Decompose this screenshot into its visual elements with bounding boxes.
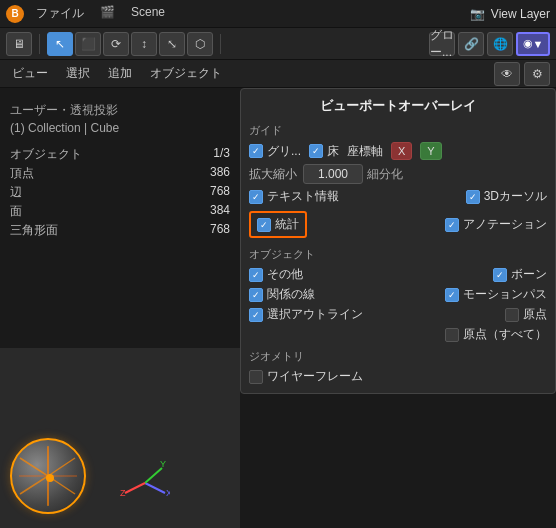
- triangle-label: 三角形面: [10, 222, 58, 239]
- annotation-checkbox[interactable]: [445, 218, 459, 232]
- subdivision-label: 細分化: [367, 166, 403, 183]
- statistics-box[interactable]: 統計: [249, 211, 307, 238]
- rotate-tool[interactable]: ⟳: [103, 32, 129, 56]
- origin-all-row: 原点（すべて）: [249, 326, 547, 343]
- svg-text:Y: Y: [160, 459, 166, 469]
- origin-all-checkbox[interactable]: [445, 328, 459, 342]
- annotation-label: アノテーション: [463, 216, 547, 233]
- floor-checkbox[interactable]: [309, 144, 323, 158]
- relation-checkbox-item: 関係の線: [249, 286, 315, 303]
- other-checkbox-item: その他: [249, 266, 303, 283]
- svg-line-7: [145, 468, 162, 483]
- face-row: 面 384: [10, 202, 230, 221]
- edge-label: 辺: [10, 184, 22, 201]
- svg-line-0: [20, 458, 48, 476]
- overlay-icon: ◉: [523, 37, 533, 50]
- outline-origin-row: 選択アウトライン 原点: [249, 306, 547, 323]
- grid-checkbox[interactable]: [249, 144, 263, 158]
- select-tool[interactable]: ↖: [47, 32, 73, 56]
- transform-tool[interactable]: ⬡: [187, 32, 213, 56]
- title-bar-left: B ファイル 🎬 Scene: [6, 3, 464, 24]
- object-section-label: オブジェクト: [249, 247, 547, 262]
- vertex-row: 頂点 386: [10, 164, 230, 183]
- select-box-tool[interactable]: ⬛: [75, 32, 101, 56]
- title-menu: ファイル 🎬 Scene: [30, 3, 171, 24]
- statistics-label: 統計: [275, 216, 299, 233]
- separator-1: [39, 34, 40, 54]
- viewport-area: X Y Z: [0, 348, 240, 528]
- viewport-icon-group: 🖥: [6, 32, 32, 56]
- outline-label: 選択アウトライン: [267, 306, 363, 323]
- info-checkbox[interactable]: [249, 190, 263, 204]
- overlay-title: ビューポートオーバーレイ: [249, 97, 547, 115]
- gloo-btn[interactable]: グロー...: [429, 32, 455, 56]
- origin-checkbox-item: 原点: [505, 306, 547, 323]
- scale-tool[interactable]: ⤡: [159, 32, 185, 56]
- object-label: オブジェクト: [10, 146, 82, 163]
- scale-row: 拡大縮小 細分化: [249, 164, 547, 184]
- viewport-icon: 🖥: [6, 32, 32, 56]
- scale-input[interactable]: [303, 164, 363, 184]
- toolbar2-right: 👁 ⚙: [494, 62, 550, 86]
- menu-file[interactable]: ファイル: [30, 3, 90, 24]
- bone-right: ボーン: [493, 266, 547, 283]
- motion-checkbox[interactable]: [445, 288, 459, 302]
- geometry-section: ジオメトリ ワイヤーフレーム: [249, 349, 547, 385]
- overlay-arrow: ▼: [533, 38, 544, 50]
- gizmo-btn[interactable]: ⚙: [524, 62, 550, 86]
- tool-group-select: ↖ ⬛ ⟳ ↕ ⤡ ⬡: [47, 32, 213, 56]
- object-row: オブジェクト 1/3: [10, 145, 230, 164]
- origin-all-checkbox-item: 原点（すべて）: [445, 326, 547, 343]
- face-label: 面: [10, 203, 22, 220]
- motion-checkbox-item: モーションパス: [445, 286, 547, 303]
- axis-label: 座標軸: [347, 143, 383, 160]
- menu-scene[interactable]: Scene: [125, 3, 171, 24]
- stats-section: オブジェクト 1/3 頂点 386 辺 768 面 384 三角形面 768: [10, 145, 230, 240]
- cursor-checkbox[interactable]: [466, 190, 480, 204]
- separator-2: [220, 34, 221, 54]
- other-checkbox[interactable]: [249, 268, 263, 282]
- other-label: その他: [267, 266, 303, 283]
- svg-text:Z: Z: [120, 488, 126, 498]
- wireframe-checkbox[interactable]: [249, 370, 263, 384]
- move-tool[interactable]: ↕: [131, 32, 157, 56]
- statistics-checkbox[interactable]: [257, 218, 271, 232]
- title-bar-right: 📷 View Layer: [470, 7, 550, 21]
- menu-add[interactable]: 追加: [102, 63, 138, 84]
- second-toolbar: ビュー 選択 追加 オブジェクト 👁 ⚙: [0, 60, 556, 88]
- menu-object[interactable]: オブジェクト: [144, 63, 228, 84]
- menu-scene-icon: 🎬: [94, 3, 121, 24]
- y-axis-btn[interactable]: Y: [420, 142, 441, 160]
- relation-checkbox[interactable]: [249, 288, 263, 302]
- shading-btn[interactable]: 🌐: [487, 32, 513, 56]
- menu-select[interactable]: 選択: [60, 63, 96, 84]
- stats-annotation-row: 統計 アノテーション: [249, 208, 547, 241]
- outline-checkbox[interactable]: [249, 308, 263, 322]
- floor-label: 床: [327, 143, 339, 160]
- annotation-right: アノテーション: [445, 216, 547, 233]
- cursor-label: 3Dカーソル: [484, 188, 547, 205]
- guide-row-1: グリ... 床 座標軸 X Y: [249, 142, 547, 160]
- origin-all-label: 原点（すべて）: [463, 326, 547, 343]
- origin-right: 原点: [505, 306, 547, 323]
- menu-view[interactable]: ビュー: [6, 63, 54, 84]
- bone-checkbox[interactable]: [493, 268, 507, 282]
- viewport-shading-btn[interactable]: 👁: [494, 62, 520, 86]
- camera-icon: 📷: [470, 7, 485, 21]
- cursor-right: 3Dカーソル: [466, 188, 547, 205]
- origin-checkbox[interactable]: [505, 308, 519, 322]
- floor-checkbox-item: 床: [309, 143, 339, 160]
- edge-row: 辺 768: [10, 183, 230, 202]
- main-area: ユーザー・透視投影 (1) Collection | Cube オブジェクト 1…: [0, 88, 556, 528]
- relation-left: 関係の線: [249, 286, 315, 303]
- triangle-value: 768: [210, 222, 230, 239]
- toolbar-right: グロー... 🔗 🌐 ◉ ▼: [429, 32, 550, 56]
- info-checkbox-item: テキスト情報: [249, 188, 339, 205]
- overlay-btn[interactable]: ◉ ▼: [516, 32, 550, 56]
- overlay-panel: ビューポートオーバーレイ ガイド グリ... 床 座標軸 X Y 拡大縮小 細分…: [240, 88, 556, 394]
- link-btn[interactable]: 🔗: [458, 32, 484, 56]
- bone-checkbox-item: ボーン: [493, 266, 547, 283]
- view-layer-label: View Layer: [491, 7, 550, 21]
- blender-logo: B: [6, 5, 24, 23]
- x-axis-btn[interactable]: X: [391, 142, 412, 160]
